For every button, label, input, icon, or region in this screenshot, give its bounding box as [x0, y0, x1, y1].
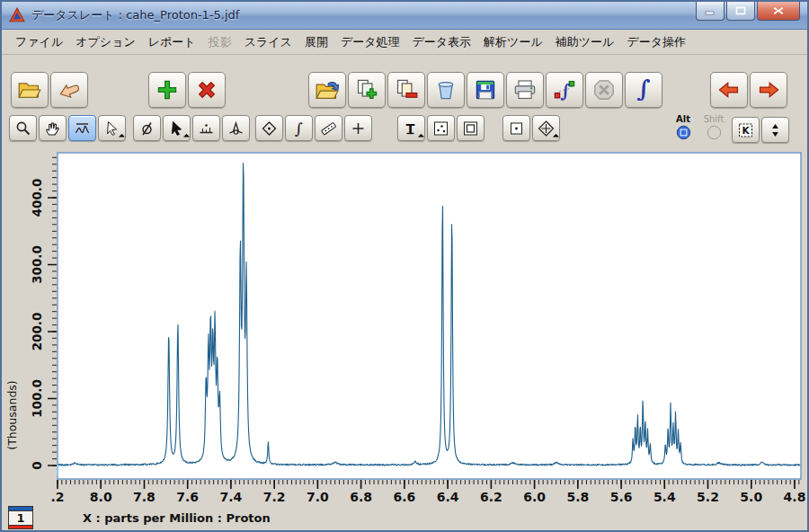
x-tick-label: 5.8	[566, 490, 589, 504]
nav-back-button[interactable]	[710, 72, 748, 108]
y-axis-minor-ticks	[52, 157, 57, 466]
pointer-tool-button[interactable]	[163, 115, 191, 141]
x-tick-label: 4.8	[784, 490, 806, 504]
cursor-filled-icon	[168, 120, 185, 137]
dropdown-arrow-icon[interactable]	[418, 134, 424, 140]
point-display-button[interactable]	[427, 115, 455, 141]
menu-item-aux-tools[interactable]: 補助ツール	[549, 31, 621, 53]
cross-icon	[350, 120, 367, 137]
measure-tool-button[interactable]	[315, 115, 342, 141]
open-data-button[interactable]	[308, 72, 346, 108]
keyboard-mode-button[interactable]: K	[732, 117, 760, 143]
x-tick-label: .2	[50, 490, 64, 504]
baseline-tool-button[interactable]	[192, 115, 220, 141]
zoom-tool-button[interactable]	[9, 115, 37, 141]
delete-item-button[interactable]	[188, 72, 226, 108]
shift-modifier-indicator[interactable]: Shift	[701, 115, 726, 140]
marker-tool-button[interactable]	[255, 115, 283, 141]
close-button[interactable]	[757, 2, 800, 21]
svg-text:∫: ∫	[636, 79, 650, 101]
arrow-right-red-icon	[757, 79, 780, 101]
integral-tool-button[interactable]: ∫	[285, 115, 313, 141]
cursor-mode-button[interactable]	[532, 115, 560, 141]
region-select-button[interactable]	[502, 115, 530, 141]
folder-import-icon	[316, 79, 339, 101]
tools-toolbar: ∫TAltShiftK	[2, 111, 807, 147]
window-title: データスレート : cahe_Proton-1-5.jdf	[31, 7, 239, 23]
add-item-button[interactable]	[148, 72, 186, 108]
menu-item-analysis-tools[interactable]: 解析ツール	[477, 31, 549, 53]
dot-box-icon	[508, 120, 525, 137]
menu-item-data-process[interactable]: データ処理	[334, 31, 406, 53]
toolbar-group	[9, 115, 126, 141]
title-bar[interactable]: データスレート : cahe_Proton-1-5.jdf	[2, 2, 807, 30]
minimize-button[interactable]	[696, 2, 725, 21]
menu-item-data-display[interactable]: データ表示	[406, 31, 478, 53]
open-file-button[interactable]	[11, 72, 49, 108]
baseline-icon	[198, 120, 215, 137]
maximize-button[interactable]	[726, 2, 755, 21]
page-tab[interactable]: 1	[8, 506, 33, 529]
phase-tool-button[interactable]	[133, 115, 161, 141]
svg-text:∫: ∫	[560, 80, 571, 101]
nav-forward-button[interactable]	[750, 72, 787, 108]
toolbar-group	[11, 72, 88, 108]
toolbar-group: ∫∫	[308, 72, 662, 108]
select-cursor-button[interactable]	[98, 115, 126, 141]
integral-icon: ∫	[632, 79, 655, 101]
toolbar-group	[502, 115, 560, 141]
process-icon: ∫	[553, 79, 576, 101]
remove-data-layer-button[interactable]	[387, 72, 425, 108]
finger-select-button[interactable]	[50, 72, 88, 108]
add-data-layer-button[interactable]	[348, 72, 386, 108]
axis-status-text: X : parts per Million : Proton	[83, 511, 271, 525]
alt-modifier-indicator[interactable]: Alt	[671, 115, 696, 140]
dropdown-arrow-icon[interactable]	[183, 134, 190, 140]
crosshair-tool-button[interactable]	[344, 115, 372, 141]
toolbar-group	[133, 115, 250, 141]
shift-circle-icon	[707, 125, 722, 140]
menu-item-report[interactable]: レポート	[142, 31, 202, 53]
maximize-icon	[735, 6, 746, 15]
alt-label: Alt	[676, 115, 690, 124]
spinner-icon	[767, 122, 784, 138]
status-bar: 1 X : parts per Million : Proton	[2, 503, 807, 532]
application-window: データスレート : cahe_Proton-1-5.jdf ファイルオプションレ…	[0, 0, 809, 532]
save-button[interactable]	[467, 72, 504, 108]
x-tick-label: 6.2	[480, 490, 502, 504]
menu-item-slice[interactable]: スライス	[238, 31, 298, 53]
spectrum-svg: .28.07.87.67.47.27.06.86.66.46.26.05.85.…	[2, 150, 809, 505]
spectrum-chart[interactable]: .28.07.87.67.47.27.06.86.66.46.26.05.85.…	[2, 150, 809, 509]
pan-tool-button[interactable]	[39, 115, 67, 141]
toolbar-group: T	[397, 115, 485, 141]
shift-label: Shift	[704, 115, 725, 124]
full-range-view-button[interactable]	[68, 115, 96, 141]
x-tick-label: 7.6	[176, 490, 199, 504]
x-tick-label: 5.4	[653, 490, 676, 504]
x-red-icon	[195, 79, 218, 101]
process-curve-button[interactable]: ∫	[546, 72, 583, 108]
integrate-button[interactable]: ∫	[625, 72, 662, 108]
text-tool-button[interactable]: T	[397, 115, 425, 141]
frame-display-button[interactable]	[457, 115, 485, 141]
y-axis-units-label: (Thousands)	[5, 380, 19, 449]
trash-button[interactable]	[427, 72, 465, 108]
menu-item-file[interactable]: ファイル	[9, 31, 69, 53]
dropdown-arrow-icon[interactable]	[553, 134, 559, 140]
print-button[interactable]	[506, 72, 544, 108]
value-spinner-button[interactable]	[761, 117, 789, 143]
menu-item-options[interactable]: オプション	[69, 31, 142, 53]
menu-item-data-operations[interactable]: データ操作	[620, 31, 692, 53]
toolbar-group	[710, 72, 787, 108]
menu-item-expand[interactable]: 展開	[298, 31, 334, 53]
peak-pick-tool-button[interactable]	[222, 115, 250, 141]
toolbar-group	[148, 72, 226, 108]
printer-icon	[513, 79, 537, 101]
dropdown-arrow-icon[interactable]	[119, 134, 125, 140]
x-tick-label: 5.6	[610, 490, 633, 504]
abort-button[interactable]	[585, 72, 623, 108]
x-tick-label: 7.8	[133, 490, 156, 504]
minimize-icon	[705, 6, 716, 15]
x-tick-label: 6.6	[393, 490, 415, 504]
page-number: 1	[9, 510, 32, 526]
